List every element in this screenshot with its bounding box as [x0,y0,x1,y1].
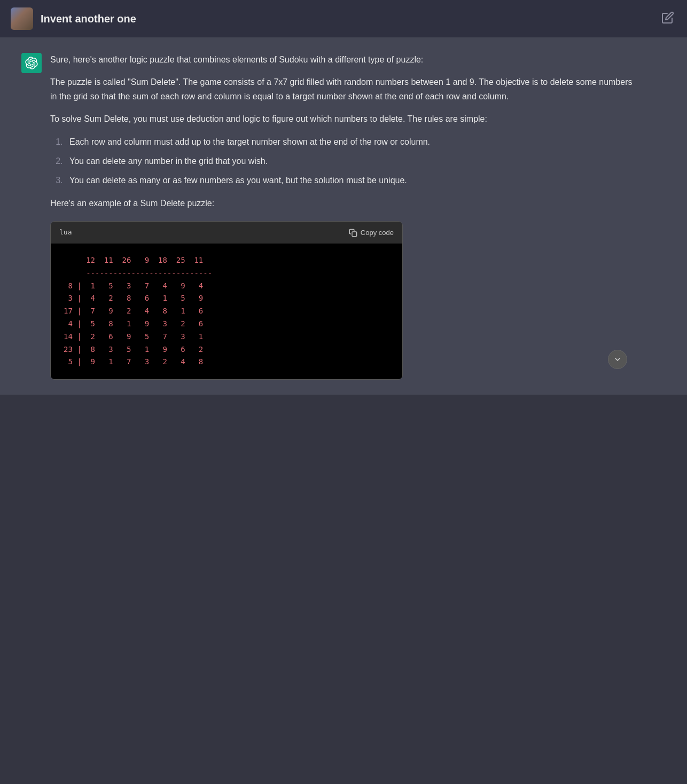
scroll-to-bottom-button[interactable] [608,350,627,369]
avatar [11,7,33,30]
code-block-container: lua Copy code 12 11 26 9 18 25 11 ------… [50,221,638,380]
svg-rect-0 [352,232,357,237]
chatgpt-avatar [21,53,42,73]
chevron-down-icon [613,355,622,364]
avatar-image [11,7,33,30]
rule-1: Each row and column must add up to the t… [65,135,638,149]
page-title: Invent another one [41,10,136,27]
main-content: Sure, here's another logic puzzle that c… [0,38,687,395]
rule-3: You can delete as many or as few numbers… [65,174,638,187]
code-content: 12 11 26 9 18 25 11 --------------------… [51,244,402,379]
copy-code-button[interactable]: Copy code [349,229,394,237]
message-body: Sure, here's another logic puzzle that c… [50,53,638,380]
assistant-message: Sure, here's another logic puzzle that c… [0,38,687,395]
rule-2: You can delete any number in the grid th… [65,154,638,168]
rules-list: Each row and column must add up to the t… [50,135,638,188]
copy-label: Copy code [361,229,394,237]
chatgpt-icon [25,57,38,69]
edit-icon[interactable] [661,11,676,26]
code-block-header: lua Copy code [51,222,402,244]
intro-paragraph: Sure, here's another logic puzzle that c… [50,53,638,67]
solve-intro: To solve Sum Delete, you must use deduct… [50,112,638,126]
code-block: lua Copy code 12 11 26 9 18 25 11 ------… [50,221,403,380]
app-header: Invent another one [0,0,687,38]
example-intro: Here's an example of a Sum Delete puzzle… [50,197,638,210]
puzzle-description: The puzzle is called "Sum Delete". The g… [50,75,638,104]
code-language: lua [59,227,72,238]
code-pre: 12 11 26 9 18 25 11 --------------------… [64,254,389,369]
copy-icon [349,229,357,237]
header-left: Invent another one [11,7,136,30]
